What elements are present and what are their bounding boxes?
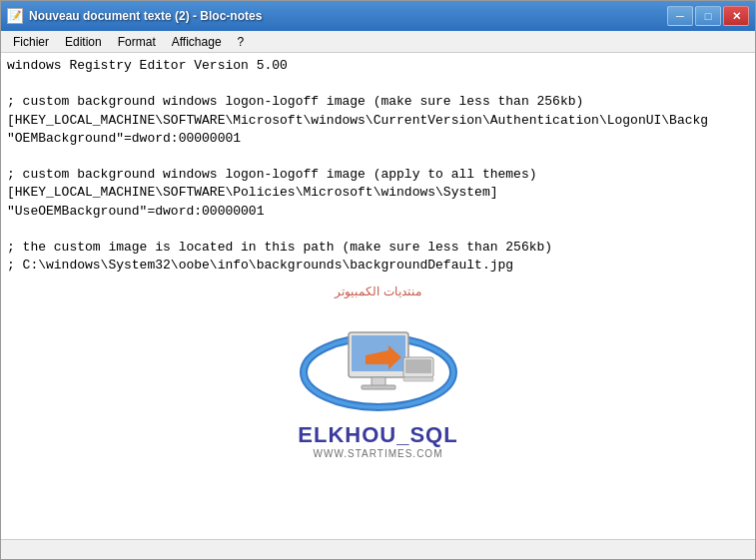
menu-format[interactable]: Format xyxy=(110,31,164,52)
menu-help[interactable]: ? xyxy=(230,31,253,52)
main-window: 📝 Nouveau document texte (2) - Bloc-note… xyxy=(0,0,756,560)
menu-affichage[interactable]: Affichage xyxy=(164,31,230,52)
window-title: Nouveau document texte (2) - Bloc-notes xyxy=(29,9,262,23)
text-editor[interactable] xyxy=(1,53,755,539)
menu-bar: Fichier Edition Format Affichage ? xyxy=(1,31,755,53)
title-bar: 📝 Nouveau document texte (2) - Bloc-note… xyxy=(1,1,755,31)
maximize-button[interactable]: □ xyxy=(695,6,721,26)
title-bar-left: 📝 Nouveau document texte (2) - Bloc-note… xyxy=(7,8,262,24)
close-button[interactable]: ✕ xyxy=(723,6,749,26)
title-buttons: ─ □ ✕ xyxy=(667,6,749,26)
menu-edition[interactable]: Edition xyxy=(57,31,110,52)
menu-fichier[interactable]: Fichier xyxy=(5,31,57,52)
status-bar xyxy=(1,539,755,559)
app-icon: 📝 xyxy=(7,8,23,24)
minimize-button[interactable]: ─ xyxy=(667,6,693,26)
content-wrapper: منتديات الكمبيوتر xyxy=(1,53,755,539)
